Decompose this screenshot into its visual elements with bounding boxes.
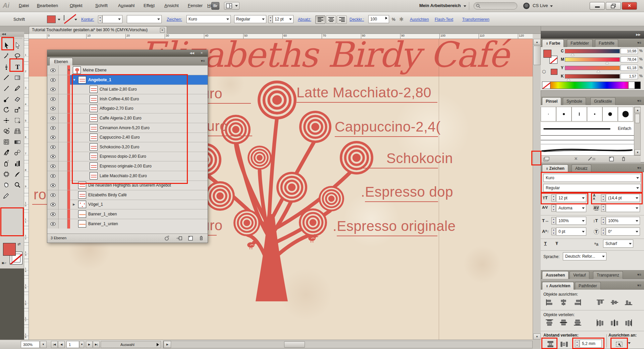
eye-icon[interactable] <box>50 184 56 187</box>
stroke-chevron-icon[interactable] <box>74 19 77 20</box>
swap-fill-stroke-icon[interactable]: ⇄ <box>17 242 20 246</box>
panel-menu-icon[interactable]: ▾≡ <box>637 41 641 45</box>
layer-thumbnail[interactable] <box>90 114 98 122</box>
scale-tool[interactable] <box>12 105 22 115</box>
toggle-visibility-cell[interactable] <box>47 142 59 152</box>
kerning-stepper[interactable]: ▲▼ <box>551 204 556 212</box>
new-layer-icon[interactable] <box>187 236 194 241</box>
toggle-lock-cell[interactable] <box>59 142 67 152</box>
font-family-dropdown[interactable]: Kuro <box>186 15 231 23</box>
free-transform-tool[interactable] <box>12 116 22 126</box>
last-artboard-icon[interactable]: ▶| <box>93 341 100 348</box>
layer-row-affogato-2-70-euro[interactable]: Affogato-2,70 Euro <box>47 104 208 113</box>
disclosure-open-icon[interactable]: ▼ <box>67 68 70 72</box>
layer-row-chai-latte-2-80-euro[interactable]: Chai Latte-2,80 Euro <box>47 85 208 94</box>
menu-effekt[interactable]: Effekt <box>144 3 155 8</box>
vertical-ruler[interactable]: 1234567891 01 11 21 31 41 51 61 71 8 <box>24 39 29 340</box>
toggle-visibility-cell[interactable] <box>47 200 59 209</box>
panel-close-icon[interactable]: ✕ <box>200 51 203 55</box>
layer-thumbnail[interactable] <box>78 210 86 218</box>
eye-icon[interactable] <box>50 222 56 226</box>
brush-options-icon[interactable] <box>588 156 596 163</box>
tab-farbhilfe[interactable]: Farbhilfe <box>595 39 618 47</box>
opacity-field[interactable]: 100 <box>368 15 389 23</box>
menu-datei[interactable]: Datei <box>19 3 29 8</box>
vertical-distribute-space-button[interactable] <box>544 340 556 348</box>
paintbrush-tool[interactable] <box>1 84 11 93</box>
document-setup-icon[interactable]: ✱ <box>399 16 404 22</box>
tracking-stepper[interactable]: ▲▼ <box>601 204 605 212</box>
toggle-lock-cell[interactable] <box>59 104 67 113</box>
layer-row-caffe-algeria-2-80-euro[interactable]: Caffe Algeria-2,80 Euro <box>47 113 208 123</box>
layer-row-irish-coffee-4-60-euro[interactable]: Irish Coffee-4,60 Euro <box>47 94 208 104</box>
slice-tool[interactable] <box>12 170 22 179</box>
workspace-switcher[interactable]: Mein Arbeitsbereich <box>419 3 466 8</box>
tab-ebenen[interactable]: Ebenen <box>49 58 73 65</box>
magic-wand-tool[interactable] <box>1 52 11 61</box>
disclosure-closed-icon[interactable]: ▶ <box>73 203 75 206</box>
eye-icon[interactable] <box>50 97 56 101</box>
channel-value-k[interactable]: 1,57 <box>621 73 638 79</box>
delete-layer-icon[interactable] <box>198 236 205 241</box>
layer-name[interactable]: Angebote_1 <box>88 78 111 82</box>
brush-swatch-6[interactable] <box>618 107 633 121</box>
layer-row-latte-macchiato-2-80-euro[interactable]: Latte Macchiato-2,80 Euro <box>47 171 208 181</box>
stroke-color-swatch[interactable] <box>64 15 64 20</box>
zoom-level-field[interactable]: 300% <box>21 341 40 348</box>
gamut-swatch[interactable] <box>551 69 557 75</box>
layer-name[interactable]: Cappuccino-2,40 Euro <box>100 135 140 140</box>
menu-fenster[interactable]: Fenster <box>188 3 203 8</box>
layer-thumbnail[interactable] <box>78 201 86 208</box>
toggle-lock-cell[interactable] <box>59 171 67 181</box>
channel-slider-c[interactable] <box>565 49 620 53</box>
layer-thumbnail[interactable] <box>78 76 86 84</box>
layer-thumbnail[interactable] <box>90 134 98 141</box>
align-right-button[interactable] <box>572 298 584 307</box>
scroll-down-icon[interactable]: ▼ <box>635 149 641 155</box>
font-size-stepper[interactable]: ▲▼ <box>268 15 273 23</box>
layer-name[interactable]: Espresso dopio-2,80 Euro <box>100 154 146 159</box>
new-sublayer-icon[interactable] <box>176 236 183 241</box>
layer-row-die-neuesten-highlights-aus-unserem-angebot[interactable]: Die neuesten Highlights aus unserem Ange… <box>47 181 208 190</box>
eye-icon[interactable] <box>50 155 56 158</box>
toggle-visibility-cell[interactable] <box>47 152 59 161</box>
align-bottom-button[interactable] <box>623 298 635 307</box>
zoom-chevron-icon[interactable]: ▼ <box>40 341 47 348</box>
hand-tool[interactable] <box>1 181 11 190</box>
distribute-left-button[interactable] <box>594 318 606 327</box>
stroke-profile-dropdown[interactable] <box>127 15 162 23</box>
toggle-visibility-cell[interactable] <box>47 133 59 142</box>
layer-thumbnail[interactable] <box>78 220 86 228</box>
align-text-left-button[interactable] <box>315 15 325 24</box>
font-size-stepper[interactable]: ▲▼ <box>551 194 556 202</box>
zeichen-link[interactable]: Zeichen: <box>167 17 182 22</box>
close-button[interactable]: ✕ <box>622 2 637 10</box>
panel-menu-icon[interactable]: ▾≡ <box>637 166 641 170</box>
layer-row-banner-1-oben[interactable]: Banner_1_oben <box>47 209 208 219</box>
scroll-up-icon[interactable]: ▲ <box>533 39 541 45</box>
font-size-field[interactable]: 12 pt <box>273 15 293 23</box>
horizontal-distribute-space-button[interactable] <box>558 340 570 348</box>
scroll-down-icon[interactable]: ▼ <box>533 334 541 340</box>
char-hscale-field[interactable]: 100% <box>556 217 586 225</box>
tab-pathfinder[interactable]: Pathfinder <box>575 282 601 290</box>
distribute-hcenter-button[interactable] <box>608 318 621 327</box>
layer-thumbnail[interactable] <box>78 191 86 199</box>
channel-value-y[interactable]: 61,18 <box>621 65 638 71</box>
toggle-lock-cell[interactable] <box>59 113 67 123</box>
prev-artboard-icon[interactable]: ◀ <box>58 341 65 348</box>
toggle-visibility-cell[interactable] <box>47 209 59 219</box>
layer-row-angebote-1[interactable]: ▼Angebote_1 <box>47 75 208 85</box>
rotation-stepper[interactable]: ▲▼ <box>601 228 605 235</box>
layer-row-schokocino-3-20-euro[interactable]: Schokocino-3,20 Euro <box>47 142 208 152</box>
artboard-chevron-icon[interactable]: ▼ <box>79 341 84 348</box>
panel-menu-icon[interactable]: ▾≡ <box>637 99 641 103</box>
brush-swatch-1[interactable] <box>541 107 556 121</box>
slider-thumb[interactable] <box>605 62 609 64</box>
align-text-right-button[interactable] <box>337 15 347 24</box>
tab-verlauf[interactable]: Verlauf <box>570 271 589 279</box>
brush-basic-row[interactable]: Einfach <box>541 122 634 136</box>
white-black-swatch[interactable] <box>628 82 640 89</box>
flyout-arrow-icon[interactable] <box>385 17 387 19</box>
toolbar-collapse-button[interactable]: ◀◀ <box>0 32 24 37</box>
